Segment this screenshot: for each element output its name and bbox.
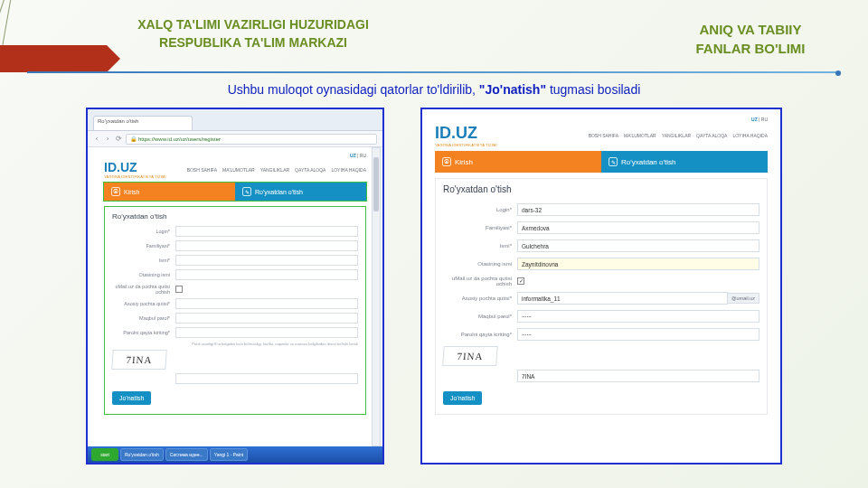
asosiy-field[interactable]	[175, 298, 358, 309]
label-ismi: Ismi*	[443, 243, 517, 249]
lock-open-icon: ⦿	[111, 187, 120, 196]
top-nav: BOSH SAHIFA MA'LUMOTLAR YANGILIKLAR QAYT…	[187, 167, 366, 173]
label-parol: Maqbul parol*	[112, 315, 175, 321]
screenshot-empty-form: Ro'yxatdan o'tish ‹ › ⟳ 🔒 https://www.id…	[86, 108, 384, 465]
pencil-icon: ✎	[609, 157, 618, 166]
nav-item[interactable]: YANGILIKLAR	[662, 133, 691, 138]
login-field[interactable]	[175, 226, 358, 237]
header-right-line2: FANLAR BO'LIMI	[678, 39, 823, 58]
label-umail: uMail.uz da pochta qutisi ochish	[443, 276, 517, 286]
ismi-field[interactable]: Gulchehra	[517, 239, 760, 252]
familiya-field[interactable]	[175, 240, 358, 251]
nav-item[interactable]: YANGILIKLAR	[260, 167, 289, 173]
nav-item[interactable]: LOYIHA HAQIDA	[732, 133, 768, 138]
nav-item[interactable]: QAYTA ALOQA	[696, 133, 727, 138]
header-divider	[27, 71, 841, 73]
browser-tab[interactable]: Ro'yxatdan o'tish	[93, 116, 193, 130]
umail-checkbox[interactable]	[175, 286, 183, 293]
parol2-field[interactable]	[175, 327, 358, 338]
captcha-image: 7INA	[111, 350, 167, 370]
submit-button[interactable]: Jo'natish	[112, 391, 151, 405]
asosiy-field[interactable]: informatika_11	[517, 292, 728, 305]
browser-toolbar: ‹ › ⟳ 🔒 https://www.id.uz/uz/users/regis…	[88, 131, 382, 147]
page-content-b: UZ | RU ID.UZYAGONA IDENTIFIKATSIYA TIZI…	[422, 109, 780, 422]
parol-field[interactable]	[175, 313, 358, 324]
subtitle-part1: Ushbu muloqot oynasidagi qatorlar to'ldi…	[228, 82, 479, 97]
nav-item[interactable]: MA'LUMOTLAR	[624, 133, 656, 138]
lock-open-icon: ⦿	[442, 157, 451, 166]
site-logo[interactable]: ID.UZYAGONA IDENTIFIKATSIYA TIZIMI	[435, 124, 497, 147]
url-text: https://www.id.uz/uz/users/register	[138, 136, 221, 142]
scrollbar-thumb[interactable]	[373, 157, 379, 211]
tab-register[interactable]: ✎ Ro'yxatdan o'tish	[601, 151, 768, 173]
register-panel: Ro'yxatdan o'tish Login* Familiyasi* Ism…	[104, 206, 366, 415]
nav-item[interactable]: BOSH SAHIFA	[187, 167, 217, 173]
parol-field[interactable]: ······	[517, 310, 760, 323]
otasi-field[interactable]: Zaynitdinovna	[517, 258, 760, 270]
browser-tabstrip: Ro'yxatdan o'tish	[88, 109, 382, 131]
nav-item[interactable]: MA'LUMOTLAR	[222, 167, 255, 173]
taskbar-item[interactable]: Yangi 1 - Paint	[210, 448, 248, 461]
email-suffix: @umail.uz	[728, 293, 760, 304]
label-login: Login*	[112, 229, 175, 234]
header-right-line1: ANIQ VA TABIIY	[678, 20, 823, 39]
captcha-input[interactable]	[175, 373, 358, 384]
label-familiya: Familiyasi*	[112, 243, 175, 249]
nav-item[interactable]: LOYIHA HAQIDA	[331, 167, 366, 173]
label-ismi: Ismi*	[112, 258, 175, 263]
login-field[interactable]: dars-32	[517, 203, 760, 216]
reload-icon[interactable]: ⟳	[115, 136, 122, 143]
slide-subtitle: Ushbu muloqot oynasidagi qatorlar to'ldi…	[0, 82, 868, 97]
label-otasi: Otasining ismi	[443, 261, 517, 267]
vertical-scrollbar[interactable]	[372, 147, 381, 446]
page-content-a: UZ | RU ID.UZYAGONA IDENTIFIKATSIYA TIZI…	[88, 147, 382, 420]
label-umail: uMail.uz da pochta qutisi ochish	[112, 284, 175, 295]
label-parol2: Parolni qayta kiriting*	[112, 330, 175, 335]
start-button[interactable]: start	[91, 448, 118, 461]
header-right: ANIQ VA TABIIY FANLAR BO'LIMI	[678, 20, 823, 58]
header-left-line2: RESPUBLIKA TA'LIM MARKAZI	[108, 34, 398, 52]
umail-checkbox[interactable]: ✓	[517, 277, 524, 285]
password-hint: Parol uzunligi 8 ta belgidan kam bo'lmas…	[112, 342, 358, 346]
screenshot-filled-form: UZ | RU ID.UZYAGONA IDENTIFIKATSIYA TIZI…	[420, 108, 782, 465]
slide-header: XALQ TA'LIMI VAZIRLIGI HUZURIDAGI RESPUB…	[0, 0, 868, 61]
subtitle-part3: tugmasi bosiladi	[550, 82, 640, 97]
captcha-image: 7INA	[442, 346, 498, 366]
tab-login[interactable]: ⦿ Kirish	[435, 151, 601, 173]
form-title: Ro'yxatdan o'tish	[443, 184, 760, 194]
otasi-field[interactable]	[175, 269, 358, 280]
parol2-field[interactable]: ······	[517, 328, 760, 341]
browser-tab-title: Ro'yxatdan o'tish	[98, 118, 138, 124]
lang-switch[interactable]: UZ | RU	[104, 153, 366, 158]
tab-login[interactable]: ⦿ Kirish	[104, 183, 235, 201]
submit-button[interactable]: Jo'natish	[443, 391, 482, 405]
back-icon[interactable]: ‹	[93, 136, 100, 143]
label-familiya: Familiyasi*	[443, 225, 517, 230]
label-parol: Maqbul parol*	[443, 314, 517, 319]
label-asosiy: Asosiy pochta qutisi*	[112, 301, 175, 306]
pencil-icon: ✎	[242, 187, 251, 196]
captcha-input[interactable]: 7INA	[517, 370, 760, 382]
top-nav: BOSH SAHIFA MA'LUMOTLAR YANGILIKLAR QAYT…	[589, 133, 768, 138]
form-title: Ro'yxatdan o'tish	[112, 212, 358, 221]
accent-bar	[0, 45, 107, 72]
forward-icon[interactable]: ›	[104, 136, 111, 143]
familiya-field[interactable]: Axmedova	[517, 221, 760, 234]
label-parol2: Parolni qayta kiriting*	[443, 332, 517, 337]
site-logo[interactable]: ID.UZYAGONA IDENTIFIKATSIYA TIZIMI	[104, 160, 166, 179]
taskbar-item[interactable]: Ro'yxatdan o'tish	[120, 448, 164, 461]
lang-switch[interactable]: UZ | RU	[435, 117, 768, 122]
ismi-field[interactable]	[175, 255, 358, 266]
subtitle-part2: "Jo'natish"	[479, 82, 546, 97]
header-left-line1: XALQ TA'LIMI VAZIRLIGI HUZURIDAGI	[108, 16, 398, 34]
nav-item[interactable]: BOSH SAHIFA	[589, 133, 618, 138]
tab-register[interactable]: ✎ Ro'yxatdan o'tish	[235, 183, 366, 201]
header-left: XALQ TA'LIMI VAZIRLIGI HUZURIDAGI RESPUB…	[108, 16, 398, 52]
label-login: Login*	[443, 207, 517, 212]
address-bar[interactable]: 🔒 https://www.id.uz/uz/users/register	[126, 134, 377, 145]
windows-taskbar: start Ro'yxatdan o'tish Система иден... …	[88, 446, 382, 463]
taskbar-item[interactable]: Система иден...	[165, 448, 208, 461]
nav-item[interactable]: QAYTA ALOQA	[295, 167, 326, 173]
lock-icon: 🔒	[130, 136, 137, 142]
register-panel: Ro'yxatdan o'tish Login*dars-32 Familiya…	[435, 178, 768, 415]
